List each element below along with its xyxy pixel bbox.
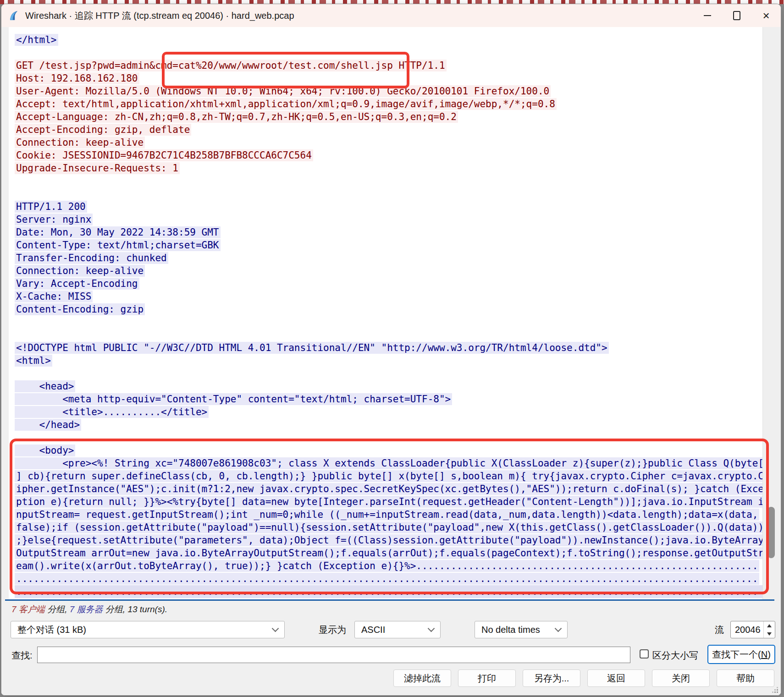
stream-line-server: Vary: Accept-Encoding — [15, 277, 762, 290]
stream-line-server: X-Cache: MISS — [15, 290, 762, 303]
resize-grip[interactable] — [772, 686, 778, 693]
dialog-content: </html>GET /test.jsp?pwd=admin&cmd=cat%2… — [1, 27, 781, 695]
filter-out-stream-button[interactable]: 滤掉此流 — [393, 670, 451, 687]
stream-line-client: Accept-Language: zh-CN,zh;q=0.8,zh-TW;q=… — [15, 110, 762, 123]
stream-line-server: Transfer-Encoding: chunked — [15, 252, 762, 264]
find-next-button[interactable]: 查找下一个(N) — [707, 645, 775, 664]
stream-line-blank — [15, 316, 762, 329]
stream-line-server: <title>..........</title> — [15, 406, 762, 418]
stream-line-client: Upgrade-Insecure-Requests: 1 — [15, 162, 762, 175]
window-controls: × — [693, 4, 781, 27]
stream-line-server: ipher.getInstance("AES");c.init(m?1:2,ne… — [15, 483, 762, 495]
maximize-button[interactable] — [722, 4, 751, 27]
stream-statistics: 7 客户端 分组, 7 服务器 分组, 13 turn(s). — [11, 604, 167, 615]
stream-line-client: Host: 192.168.162.180 — [15, 72, 762, 85]
stream-line-client: GET /test.jsp?pwd=admin&cmd=cat%20/www/w… — [15, 59, 762, 72]
stream-line-server: <pre><%! String xc="748007e861908c03"; c… — [15, 457, 762, 470]
window-title: Wireshark · 追踪 HTTP 流 (tcp.stream eq 200… — [25, 10, 294, 22]
stream-line-server: ........................................… — [15, 585, 762, 598]
case-sensitive-label: 区分大小写 — [652, 649, 698, 662]
show-as-select-value: ASCII — [361, 625, 385, 635]
stream-line-server: Content-Type: text/html;charset=GBK — [15, 239, 762, 252]
save-as-button[interactable]: 另存为... — [523, 670, 580, 687]
stream-line-server: false);if (session.getAttribute("payload… — [15, 521, 762, 534]
stream-line-blank — [15, 46, 762, 59]
stream-line-server: Server: nginx — [15, 213, 762, 226]
stream-line-blank — [15, 329, 762, 341]
follow-stream-window: Wireshark · 追踪 HTTP 流 (tcp.stream eq 200… — [1, 4, 781, 696]
close-dialog-button[interactable]: 关闭 — [652, 670, 710, 687]
textarea-bottom-rule — [5, 599, 774, 601]
stream-line-server: <body> — [15, 444, 762, 457]
stream-line-client: Accept-Encoding: gzip, deflate — [15, 123, 762, 136]
minimize-icon — [704, 15, 711, 16]
turns-stat: 13 turn(s). — [127, 604, 167, 614]
spinner-arrows — [763, 621, 775, 638]
stream-line-blank — [15, 367, 762, 380]
stream-line-server: ption e){return null; }}%><%try{byte[] d… — [15, 495, 762, 508]
stream-text-area[interactable]: </html>GET /test.jsp?pwd=admin&cmd=cat%2… — [9, 27, 762, 599]
stream-line-server: <html> — [15, 354, 762, 367]
show-as-label: 显示为 — [319, 624, 346, 636]
delta-times-select-value: No delta times — [481, 625, 540, 635]
find-label: 查找: — [11, 649, 33, 662]
action-button-row: 滤掉此流打印另存为...返回关闭帮助 — [393, 670, 774, 687]
chevron-down-icon — [428, 625, 435, 632]
stream-line-blank — [15, 187, 762, 200]
stream-line-server: OutputStream arrOut=new java.io.ByteArra… — [15, 547, 762, 560]
stream-line-server: ;}else{request.setAttribute("parameters"… — [15, 534, 762, 547]
vertical-scrollbar[interactable] — [762, 27, 781, 601]
stream-line-server: </head> — [15, 418, 762, 431]
stream-line-client: Accept: text/html,application/xhtml+xml,… — [15, 98, 762, 110]
spinner-down-button[interactable] — [764, 630, 775, 638]
scrollbar-thumb[interactable] — [767, 507, 775, 558]
stream-line-server: nputStream= request.getInputStream();int… — [15, 508, 762, 521]
arrow-down-icon — [767, 632, 772, 636]
close-icon: × — [762, 10, 769, 22]
delta-times-select[interactable]: No delta times — [475, 621, 568, 638]
stream-line-client: Connection: keep-alive — [15, 136, 762, 149]
stream-line-server: <head> — [15, 380, 762, 393]
wireshark-icon — [8, 10, 20, 22]
back-button[interactable]: 返回 — [587, 670, 645, 687]
chevron-down-icon — [555, 625, 562, 632]
stream-line-server: Connection: keep-alive — [15, 264, 762, 277]
print-button[interactable]: 打印 — [458, 670, 516, 687]
stream-line-server: ........................................… — [15, 572, 762, 585]
conversation-select[interactable]: 整个对话 (31 kB) — [11, 621, 285, 638]
stream-line-server: <!DOCTYPE html PUBLIC "-//W3C//DTD HTML … — [15, 341, 762, 354]
conversation-select-value: 整个对话 (31 kB) — [17, 624, 86, 636]
case-sensitive-checkbox[interactable] — [640, 649, 649, 659]
titlebar: Wireshark · 追踪 HTTP 流 (tcp.stream eq 200… — [1, 4, 781, 27]
stream-number-value: 20046 — [731, 625, 763, 635]
arrow-up-icon — [767, 624, 772, 627]
stream-line-blank — [15, 431, 762, 444]
stream-line-server: Content-Encoding: gzip — [15, 303, 762, 316]
stream-line-server: <meta http-equiv="Content-Type" content=… — [15, 393, 762, 406]
help-button[interactable]: 帮助 — [717, 670, 774, 687]
find-input[interactable] — [37, 647, 630, 663]
show-as-select[interactable]: ASCII — [354, 621, 441, 638]
close-button[interactable]: × — [751, 4, 781, 27]
stream-line-server: </html> — [15, 33, 762, 46]
server-packets-stat: 7 服务器 — [70, 604, 103, 614]
stream-number-spinner[interactable]: 20046 — [730, 621, 775, 638]
minimize-button[interactable] — [693, 4, 722, 27]
packets-label: 分组, — [103, 604, 128, 614]
stream-line-server: ] cb){return super.defineClass(cb, 0, cb… — [15, 470, 762, 483]
stream-line-server: eam().write(x(arrOut.toByteArray(), true… — [15, 560, 762, 572]
stream-line-client: User-Agent: Mozilla/5.0 (Windows NT 10.0… — [15, 85, 762, 98]
stream-line-server: Date: Mon, 30 May 2022 14:38:59 GMT — [15, 226, 762, 239]
stream-line-blank — [15, 175, 762, 187]
stream-label: 流 — [715, 624, 724, 636]
spinner-up-button[interactable] — [764, 621, 775, 630]
client-packets-stat: 7 客户端 — [11, 604, 45, 614]
stream-line-client: Cookie: JSESSIONID=9467B2C71C4B258B7BFB8… — [15, 149, 762, 162]
maximize-icon — [733, 11, 740, 20]
stream-line-server: HTTP/1.1 200 — [15, 200, 762, 213]
chevron-down-icon — [272, 625, 279, 632]
packets-label: 分组, — [45, 604, 70, 614]
